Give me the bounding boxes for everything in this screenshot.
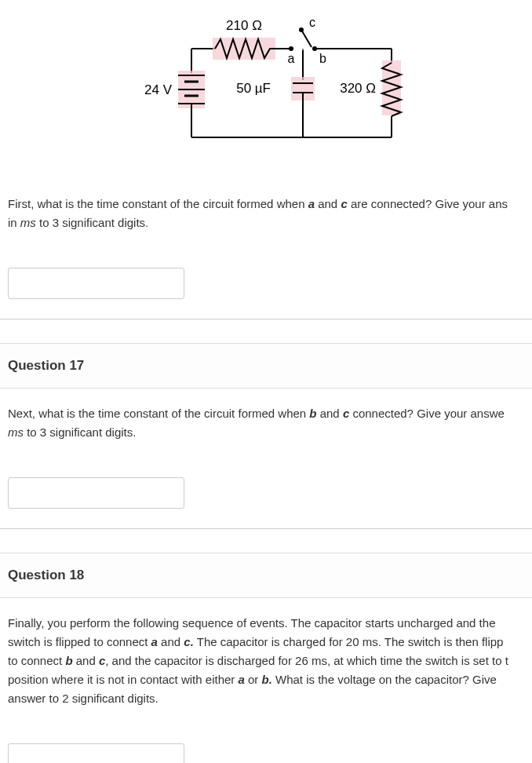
svg-point-4 [289,46,293,51]
circuit-svg: 210 Ω a c b 50 µF [117,16,415,153]
capacitor: 50 µF [236,49,315,137]
q16-input[interactable] [8,268,184,299]
svg-text:a: a [288,52,295,65]
q18-answer-field [8,743,524,763]
q17-body: Next, what is the time constant of the c… [0,389,532,465]
resistor-r2: 320 Ω [340,60,401,116]
q18-input[interactable] [8,743,184,763]
q17-answer-field [8,477,524,509]
q18-header: Question 18 [0,553,532,598]
divider [0,319,532,319]
q16-body: First, what is the time constant of the … [0,179,532,256]
resistor-r1: 210 Ω [213,18,275,60]
battery: 24 V [144,71,205,108]
svg-text:c: c [309,16,315,29]
divider [0,528,532,529]
svg-text:210 Ω: 210 Ω [226,18,262,33]
q16-answer-field [8,268,524,299]
q17-input[interactable] [8,477,184,509]
circuit-diagram: 210 Ω a c b 50 µF [0,0,532,179]
q18-body: Finally, you perform the following seque… [0,598,532,732]
svg-text:320 Ω: 320 Ω [340,81,376,96]
q17-header: Question 17 [0,343,532,389]
svg-text:50 µF: 50 µF [236,81,271,96]
svg-text:b: b [319,52,326,65]
svg-line-8 [301,30,312,47]
svg-text:24 V: 24 V [144,82,173,97]
